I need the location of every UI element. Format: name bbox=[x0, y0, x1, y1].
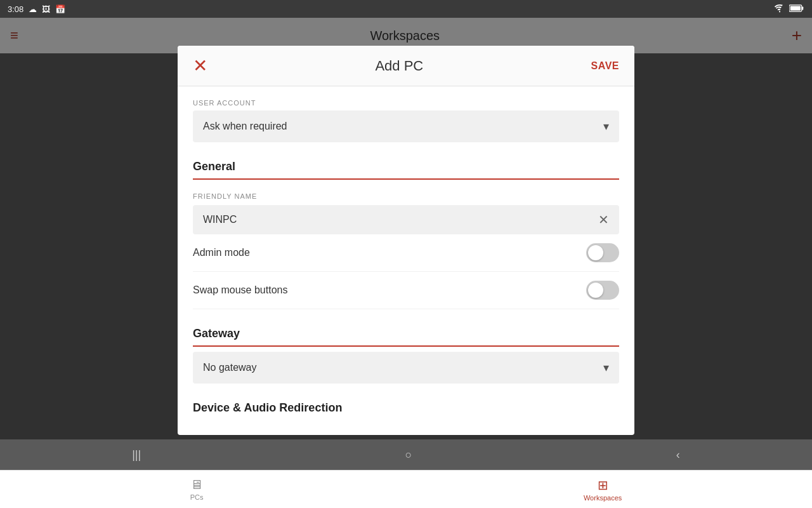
user-account-label: USER ACCOUNT bbox=[193, 99, 619, 107]
clear-icon[interactable]: ✕ bbox=[598, 212, 609, 227]
chevron-down-icon: ▾ bbox=[603, 119, 609, 133]
dialog-title: Add PC bbox=[375, 58, 423, 74]
gateway-value: No gateway bbox=[203, 362, 257, 373]
bottom-nav: 🖥 PCs ⊞ Workspaces bbox=[0, 470, 812, 508]
dialog-header: ✕ Add PC SAVE bbox=[178, 46, 634, 86]
status-bar: 3:08 ☁ 🖼 📅 bbox=[0, 0, 812, 18]
swap-mouse-label: Swap mouse buttons bbox=[193, 284, 287, 296]
workspaces-label: Workspaces bbox=[584, 494, 622, 502]
friendly-name-input-row: ✕ bbox=[193, 205, 619, 234]
weather-icon: ☁ bbox=[29, 4, 37, 14]
battery-icon bbox=[789, 4, 804, 15]
close-button[interactable]: ✕ bbox=[193, 55, 207, 76]
admin-mode-label: Admin mode bbox=[193, 247, 250, 258]
gateway-section-heading: Gateway bbox=[193, 327, 619, 347]
status-bar-right bbox=[774, 4, 804, 15]
user-account-dropdown[interactable]: Ask when required ▾ bbox=[193, 110, 619, 142]
friendly-name-label: FRIENDLY NAME bbox=[193, 192, 619, 200]
gateway-dropdown-wrapper: No gateway ▾ bbox=[193, 352, 619, 384]
admin-mode-thumb bbox=[588, 245, 603, 260]
recent-apps-button[interactable]: ||| bbox=[132, 448, 141, 462]
svg-rect-2 bbox=[802, 6, 804, 10]
nav-item-workspaces[interactable]: ⊞ Workspaces bbox=[584, 478, 622, 502]
pcs-icon: 🖥 bbox=[190, 478, 203, 492]
home-button[interactable]: ○ bbox=[405, 448, 412, 462]
swap-mouse-row: Swap mouse buttons bbox=[193, 272, 619, 309]
device-section-heading: Device & Audio Redirection bbox=[193, 401, 619, 420]
user-account-value: Ask when required bbox=[203, 121, 287, 132]
workspaces-icon: ⊞ bbox=[598, 478, 608, 493]
save-button[interactable]: SAVE bbox=[591, 60, 619, 72]
status-time: 3:08 bbox=[8, 4, 23, 14]
gateway-dropdown[interactable]: No gateway ▾ bbox=[193, 352, 619, 384]
back-button[interactable]: ‹ bbox=[676, 448, 680, 462]
admin-mode-toggle[interactable] bbox=[586, 243, 619, 262]
gateway-chevron-down-icon: ▾ bbox=[603, 361, 609, 375]
svg-rect-3 bbox=[790, 6, 801, 10]
swap-mouse-toggle[interactable] bbox=[586, 281, 619, 300]
dialog-body: USER ACCOUNT Ask when required ▾ General… bbox=[178, 86, 634, 435]
wifi-icon bbox=[774, 4, 785, 15]
friendly-name-input[interactable] bbox=[203, 205, 598, 234]
admin-mode-row: Admin mode bbox=[193, 234, 619, 272]
android-nav: ||| ○ ‹ bbox=[0, 439, 812, 470]
calendar-icon: 📅 bbox=[55, 4, 65, 14]
swap-mouse-thumb bbox=[588, 283, 603, 298]
nav-item-pcs[interactable]: 🖥 PCs bbox=[190, 478, 204, 501]
add-pc-dialog: ✕ Add PC SAVE USER ACCOUNT Ask when requ… bbox=[178, 46, 634, 435]
pcs-label: PCs bbox=[190, 493, 204, 501]
general-section-heading: General bbox=[193, 160, 619, 180]
photo-icon: 🖼 bbox=[42, 4, 50, 14]
status-bar-left: 3:08 ☁ 🖼 📅 bbox=[8, 4, 65, 14]
svg-point-0 bbox=[779, 11, 780, 12]
